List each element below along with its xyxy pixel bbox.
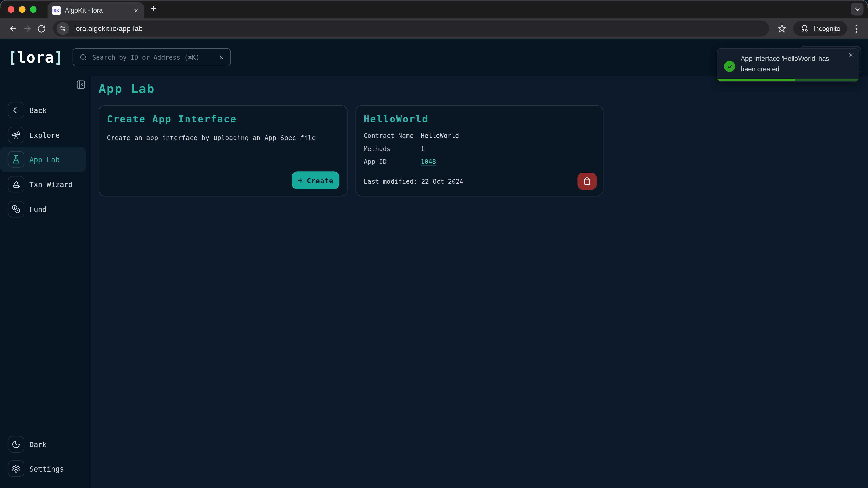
detail-value: 1	[421, 144, 595, 152]
coins-icon	[11, 205, 20, 214]
incognito-label: Incognito	[813, 25, 840, 32]
sidebar-item-explore[interactable]: Explore	[0, 127, 90, 143]
close-window-button[interactable]	[8, 6, 14, 13]
search-box[interactable]: ×	[72, 48, 230, 66]
sidebar-item-label: Fund	[29, 205, 47, 213]
minimize-window-button[interactable]	[19, 6, 25, 13]
sidebar-item-settings[interactable]: Settings	[0, 460, 90, 477]
new-tab-button[interactable]: +	[151, 3, 157, 15]
trash-icon	[583, 177, 591, 186]
tab-strip: [ak] AlgoKit - lora × +	[0, 0, 868, 18]
sidebar-collapse-row	[0, 80, 90, 94]
hello-world-app-card: HelloWorld Contract Name HelloWorld Meth…	[355, 105, 603, 196]
search-icon	[80, 54, 87, 61]
logo-text: lora	[17, 49, 54, 66]
wizard-hat-icon	[11, 180, 21, 189]
detail-label: Contract Name	[364, 132, 421, 139]
card-title: HelloWorld	[364, 113, 595, 125]
sidebar-item-dark-mode[interactable]: Dark	[0, 436, 90, 453]
detail-label: App ID	[364, 158, 421, 165]
sidebar-item-label: Back	[29, 106, 47, 114]
address-bar[interactable]: lora.algokit.io/app-lab	[53, 21, 769, 37]
favicon: [ak]	[52, 6, 61, 15]
telescope-icon	[11, 131, 20, 139]
card-title: Create App Interface	[107, 113, 340, 125]
incognito-icon	[800, 24, 810, 33]
chevron-down-icon	[854, 6, 861, 12]
star-icon	[777, 24, 786, 33]
logo-bracket-left: [	[8, 49, 17, 66]
zoom-window-button[interactable]	[30, 6, 36, 13]
sidebar-item-fund[interactable]: Fund	[0, 201, 90, 217]
arrow-left-icon	[8, 24, 18, 33]
tab-title: AlgoKit - lora	[65, 6, 133, 14]
browser-window: [ak] AlgoKit - lora × + l	[0, 0, 868, 488]
create-button-label: Create	[307, 176, 333, 185]
browser-tab[interactable]: [ak] AlgoKit - lora ×	[48, 2, 144, 18]
back-button[interactable]	[5, 21, 20, 36]
toast-message: App interface 'HelloWorld' has been crea…	[741, 54, 845, 75]
app-card-footer: Last modified: 22 Oct 2024	[364, 173, 597, 190]
create-app-interface-card: Create App Interface Create an app inter…	[98, 105, 348, 196]
toast-notification[interactable]: App interface 'HelloWorld' has been crea…	[717, 48, 859, 82]
forward-button[interactable]	[20, 21, 34, 36]
lora-logo[interactable]: [lora]	[8, 49, 63, 66]
search-input[interactable]	[91, 53, 219, 62]
sidebar-nav: Back Explore App Lab	[0, 102, 90, 226]
browser-menu-button[interactable]	[850, 21, 863, 36]
card-description: Create an app interface by uploading an …	[107, 134, 340, 142]
sidebar: Back Explore App Lab	[0, 76, 90, 488]
sidebar-bottom: Dark Settings	[0, 436, 90, 488]
moon-icon	[11, 440, 20, 449]
incognito-badge: Incognito	[794, 21, 847, 36]
sidebar-item-txn-wizard[interactable]: Txn Wizard	[0, 176, 90, 193]
collapse-sidebar-icon[interactable]	[76, 80, 86, 90]
detail-value: HelloWorld	[421, 132, 595, 139]
bookmark-button[interactable]	[775, 21, 789, 36]
gear-icon	[11, 464, 20, 473]
arrow-right-icon	[22, 24, 32, 33]
last-modified-text: Last modified: 22 Oct 2024	[364, 177, 463, 185]
logo-bracket-right: ]	[54, 49, 64, 66]
app-id-link[interactable]: 1048	[421, 158, 436, 165]
browser-chrome: [ak] AlgoKit - lora × + l	[0, 0, 868, 39]
tab-search-button[interactable]	[851, 3, 864, 15]
page: [lora] × Back	[0, 39, 868, 488]
reload-button[interactable]	[34, 21, 49, 36]
site-settings-button[interactable]	[57, 22, 69, 35]
tune-icon	[59, 25, 66, 32]
toast-close-icon[interactable]: ×	[848, 51, 853, 59]
flask-icon	[11, 155, 20, 164]
sidebar-item-label: Txn Wizard	[29, 180, 73, 188]
detail-label: Methods	[364, 144, 421, 152]
create-button[interactable]: + Create	[292, 171, 340, 189]
delete-app-button[interactable]	[577, 173, 597, 190]
sidebar-item-label: Dark	[29, 440, 47, 449]
kebab-menu-icon	[855, 24, 858, 33]
window-controls	[8, 6, 36, 13]
main-content: App Lab Create App Interface Create an a…	[91, 76, 868, 488]
cards-row: Create App Interface Create an app inter…	[98, 105, 868, 196]
success-check-icon	[724, 61, 735, 72]
tab-close-icon[interactable]: ×	[133, 6, 140, 14]
app-card-details: Contract Name HelloWorld Methods 1 App I…	[364, 132, 595, 165]
sidebar-item-app-lab[interactable]: App Lab	[0, 147, 86, 172]
search-clear-icon[interactable]: ×	[219, 53, 223, 61]
sidebar-item-back[interactable]: Back	[0, 102, 90, 119]
toast-progress-fill	[717, 79, 795, 81]
url-text: lora.algokit.io/app-lab	[74, 24, 143, 33]
sidebar-item-label: Explore	[29, 131, 60, 139]
plus-icon: +	[298, 175, 303, 185]
toast-progress-bar	[717, 79, 859, 81]
browser-toolbar: lora.algokit.io/app-lab Incognito	[0, 18, 868, 39]
sidebar-item-label: App Lab	[29, 155, 60, 164]
arrow-left-icon	[11, 106, 20, 115]
sidebar-item-label: Settings	[29, 464, 64, 473]
page-title: App Lab	[98, 82, 868, 96]
reload-icon	[37, 24, 46, 33]
